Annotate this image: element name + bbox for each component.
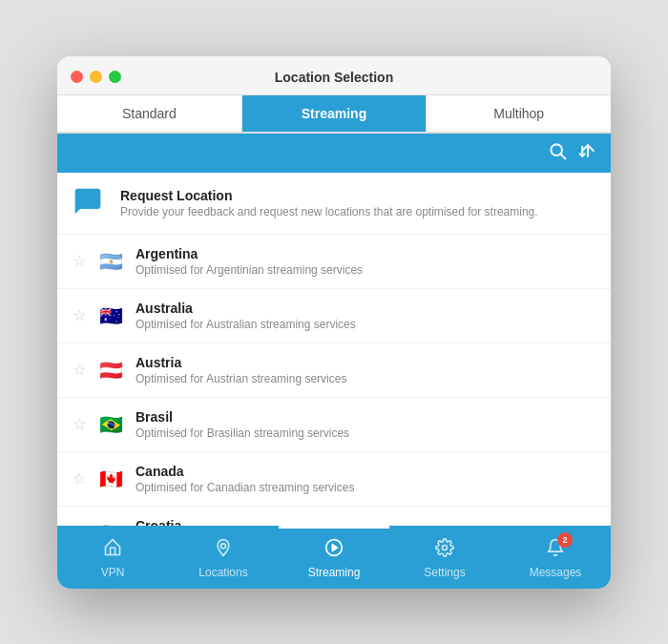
- tab-streaming[interactable]: Streaming: [242, 95, 428, 132]
- nav-vpn[interactable]: VPN: [57, 526, 168, 589]
- request-desc: Provide your feedback and request new lo…: [120, 205, 595, 218]
- search-icon[interactable]: [548, 141, 567, 165]
- toolbar: [57, 134, 611, 173]
- favorite-icon[interactable]: ☆: [73, 306, 86, 324]
- location-name: Argentina: [136, 246, 595, 261]
- nav-settings-label: Settings: [424, 566, 465, 579]
- favorite-icon[interactable]: ☆: [73, 252, 86, 270]
- item-text: Australia Optimised for Australian strea…: [136, 301, 595, 331]
- list-item[interactable]: ☆ Austria Optimised for Austrian streami…: [57, 343, 611, 398]
- request-location-item[interactable]: Request Location Provide your feedback a…: [57, 173, 611, 235]
- item-text: Croatia Optimised for Croatian streaming…: [136, 518, 595, 526]
- location-name: Austria: [136, 355, 595, 370]
- flag-argentina: [97, 252, 124, 271]
- close-button[interactable]: [71, 71, 83, 83]
- nav-vpn-label: VPN: [101, 566, 125, 579]
- request-name: Request Location: [120, 188, 595, 203]
- settings-icon: [435, 538, 454, 562]
- traffic-lights: [71, 71, 121, 83]
- favorite-icon[interactable]: ☆: [73, 469, 86, 488]
- title-bar: Location Selection: [57, 56, 611, 95]
- svg-line-1: [561, 154, 566, 158]
- location-name: Croatia: [136, 518, 595, 526]
- maximize-button[interactable]: [109, 71, 121, 83]
- nav-streaming[interactable]: Streaming: [279, 526, 389, 589]
- location-desc: Optimised for Australian streaming servi…: [136, 318, 595, 331]
- nav-settings[interactable]: Settings: [389, 526, 500, 589]
- location-name: Brasil: [136, 409, 595, 425]
- location-desc: Optimised for Brasilian streaming servic…: [136, 426, 595, 440]
- svg-marker-7: [332, 544, 337, 551]
- favorite-icon[interactable]: ☆: [73, 415, 86, 433]
- minimize-button[interactable]: [90, 71, 102, 83]
- nav-locations-label: Locations: [198, 566, 247, 579]
- tab-bar: Standard Streaming Multihop: [57, 95, 611, 134]
- item-text: Canada Optimised for Canadian streaming …: [136, 464, 595, 494]
- svg-point-5: [221, 543, 226, 548]
- location-desc: Optimised for Canadian streaming service…: [136, 481, 595, 494]
- location-name: Australia: [136, 301, 595, 316]
- vpn-icon: [103, 538, 122, 562]
- messages-icon: 2: [546, 538, 565, 562]
- flag-australia: [97, 306, 124, 325]
- tab-multihop[interactable]: Multihop: [427, 95, 611, 132]
- list-item[interactable]: ☆ Croatia Optimised for Croatian streami…: [57, 507, 611, 526]
- bottom-nav: VPN Locations Streaming: [57, 526, 611, 589]
- list-item[interactable]: ☆ Argentina Optimised for Argentinian st…: [57, 235, 611, 289]
- location-desc: Optimised for Austrian streaming service…: [136, 372, 595, 385]
- location-desc: Optimised for Argentinian streaming serv…: [136, 263, 595, 277]
- nav-locations[interactable]: Locations: [168, 526, 279, 589]
- nav-messages[interactable]: 2 Messages: [500, 526, 611, 589]
- request-text: Request Location Provide your feedback a…: [120, 188, 595, 218]
- flag-canada: [97, 469, 124, 488]
- list-item[interactable]: ☆ Canada Optimised for Canadian streamin…: [57, 452, 611, 507]
- location-list: Request Location Provide your feedback a…: [57, 173, 611, 526]
- svg-point-8: [443, 545, 448, 550]
- list-item[interactable]: ☆ Australia Optimised for Australian str…: [57, 289, 611, 343]
- list-item[interactable]: ☆ Brasil Optimised for Brasilian streami…: [57, 398, 611, 452]
- app-window: Location Selection Standard Streaming Mu…: [57, 56, 611, 589]
- nav-messages-label: Messages: [530, 566, 582, 579]
- location-name: Canada: [136, 464, 595, 479]
- nav-streaming-label: Streaming: [308, 566, 361, 579]
- item-text: Austria Optimised for Austrian streaming…: [136, 355, 595, 385]
- flag-brasil: [97, 415, 124, 434]
- messages-badge: 2: [557, 532, 573, 548]
- chat-icon: [73, 186, 107, 220]
- location-icon: [214, 538, 233, 562]
- window-title: Location Selection: [275, 70, 393, 85]
- favorite-icon[interactable]: ☆: [73, 361, 86, 379]
- flag-austria: [97, 361, 124, 380]
- item-text: Brasil Optimised for Brasilian streaming…: [136, 409, 595, 440]
- sort-icon[interactable]: [578, 141, 597, 165]
- tab-standard[interactable]: Standard: [57, 95, 242, 132]
- item-text: Argentina Optimised for Argentinian stre…: [136, 246, 595, 277]
- streaming-icon: [324, 538, 344, 562]
